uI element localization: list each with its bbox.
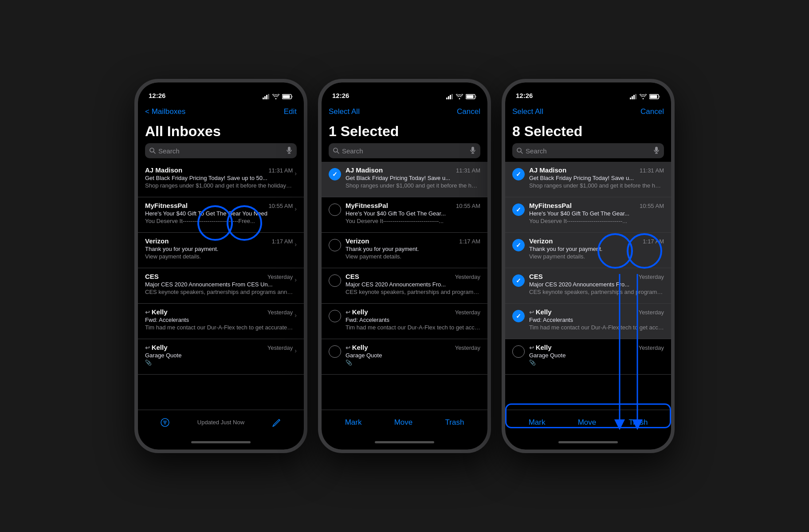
selection-circle[interactable]: [329, 274, 341, 287]
selection-circle[interactable]: [329, 310, 341, 322]
list-item[interactable]: ↩ KellyYesterdayFwd: AccelerantsTim had …: [322, 304, 487, 339]
move-button[interactable]: Move: [394, 418, 413, 427]
mail-content: Verizon1:17 AMThank you for your payment…: [346, 237, 480, 260]
mail-subject: Major CES 2020 Announcements Fro...: [529, 281, 664, 288]
mail-subject: Fwd: Accelerants: [529, 317, 664, 323]
list-item[interactable]: CESYesterdayMajor CES 2020 Announcements…: [505, 268, 671, 304]
compose-button[interactable]: [269, 415, 285, 430]
mail-time: 11:31 AM: [456, 167, 480, 174]
move-button[interactable]: Move: [578, 418, 597, 427]
chevron-right-icon: ›: [295, 312, 297, 319]
notch: [188, 82, 254, 96]
selection-circle[interactable]: [512, 203, 525, 216]
signal-icon: [630, 94, 637, 99]
search-bar[interactable]: Search: [512, 143, 664, 158]
list-item[interactable]: MyFitnessPal10:55 AMHere's Your $40 Gift…: [322, 197, 487, 233]
list-item[interactable]: CESYesterdayMajor CES 2020 Announcements…: [138, 268, 304, 304]
page-title: All Inboxes: [138, 121, 304, 143]
mail-preview: Shop ranges under $1,000 and get it befo…: [145, 182, 293, 189]
mail-sender: MyFitnessPal: [346, 202, 388, 209]
selection-circle[interactable]: [512, 345, 525, 358]
selection-circle[interactable]: [329, 203, 341, 216]
mail-content: AJ Madison11:31 AMGet Black Friday Prici…: [145, 166, 293, 189]
mail-subject: Fwd: Accelerants: [346, 317, 480, 323]
svg-rect-8: [288, 147, 291, 151]
mail-preview: Shop ranges under $1,000 and get it befo…: [529, 182, 664, 189]
updated-status: Updated Just Now: [197, 419, 244, 426]
mark-button[interactable]: Mark: [345, 418, 362, 427]
selection-circle[interactable]: [512, 274, 525, 287]
selection-circle[interactable]: [512, 239, 525, 251]
list-item[interactable]: ↩ KellyYesterdayGarage Quote📎›: [138, 339, 304, 375]
mail-time: 1:17 AM: [272, 238, 293, 245]
status-icons: [446, 94, 477, 99]
nav-right-button[interactable]: Edit: [284, 107, 297, 116]
mark-button[interactable]: Mark: [529, 418, 546, 427]
mail-subject: Thank you for your payment.: [145, 246, 293, 252]
list-item[interactable]: ↩ KellyYesterdayFwd: AccelerantsTim had …: [138, 304, 304, 339]
trash-button[interactable]: Trash: [629, 418, 648, 427]
chevron-right-icon: ›: [295, 170, 297, 177]
selection-circle[interactable]: [512, 168, 525, 180]
list-item[interactable]: Verizon1:17 AMThank you for your payment…: [322, 233, 487, 268]
list-item[interactable]: MyFitnessPal10:55 AMHere's Your $40 Gift…: [505, 197, 671, 233]
list-item[interactable]: AJ Madison11:31 AMGet Black Friday Prici…: [138, 162, 304, 197]
mail-subject: Garage Quote: [529, 352, 664, 359]
selection-circle[interactable]: [512, 310, 525, 322]
mail-content: MyFitnessPal10:55 AMHere's Your $40 Gift…: [529, 202, 664, 224]
filter-button[interactable]: [157, 415, 173, 430]
bottom-toolbar: Updated Just Now: [138, 410, 304, 434]
phone-1: 12:26 < MailboxesEditAll Inboxes Search: [134, 79, 307, 453]
bottom-toolbar: MarkMoveTrash: [505, 410, 671, 434]
nav-right-button[interactable]: Cancel: [457, 107, 480, 116]
mail-content: CESYesterdayMajor CES 2020 Announcements…: [529, 273, 664, 295]
list-item[interactable]: MyFitnessPal10:55 AMHere's Your $40 Gift…: [138, 197, 304, 233]
mail-sender: Verizon: [145, 237, 169, 245]
mail-subject: Thank you for your payment.: [529, 246, 664, 252]
nav-left-button[interactable]: < Mailboxes: [145, 107, 185, 116]
mail-sender: MyFitnessPal: [529, 202, 572, 209]
mail-list: AJ Madison11:31 AMGet Black Friday Prici…: [138, 162, 304, 410]
selection-circle[interactable]: [329, 168, 341, 180]
search-bar[interactable]: Search: [145, 143, 297, 158]
svg-rect-0: [263, 98, 264, 99]
list-item[interactable]: CESYesterdayMajor CES 2020 Announcements…: [322, 268, 487, 304]
nav-right-button[interactable]: Cancel: [640, 107, 664, 116]
attachment-indicator: 📎: [529, 360, 664, 366]
mail-time: 10:55 AM: [640, 203, 664, 209]
mail-time: 10:55 AM: [268, 203, 293, 209]
nav-left-button[interactable]: Select All: [512, 107, 543, 116]
mail-time: Yesterday: [639, 274, 664, 280]
chevron-right-icon: ›: [295, 276, 297, 283]
list-item[interactable]: Verizon1:17 AMThank you for your payment…: [505, 233, 671, 268]
mail-time: Yesterday: [267, 274, 293, 280]
mail-sender: CES: [145, 273, 159, 280]
list-item[interactable]: ↩ KellyYesterdayGarage Quote📎: [505, 339, 671, 375]
mail-sender: AJ Madison: [145, 166, 182, 174]
mail-time: 11:31 AM: [640, 167, 664, 174]
svg-rect-36: [655, 147, 658, 151]
mail-content: Verizon1:17 AMThank you for your payment…: [529, 237, 664, 260]
phone-3: 12:26 Select AllCancel8 Selected Search: [502, 79, 675, 453]
nav-bar: Select AllCancel: [505, 102, 671, 121]
svg-line-35: [521, 152, 522, 153]
bottom-toolbar: MarkMoveTrash: [322, 410, 487, 434]
mail-list: AJ Madison11:31 AMGet Black Friday Prici…: [322, 162, 487, 410]
status-icons: [630, 94, 660, 99]
mail-time: Yesterday: [455, 309, 480, 316]
svg-line-7: [153, 152, 155, 153]
svg-rect-5: [283, 95, 290, 98]
list-item[interactable]: Verizon1:17 AMThank you for your payment…: [138, 233, 304, 268]
trash-button[interactable]: Trash: [445, 418, 464, 427]
search-bar[interactable]: Search: [329, 143, 480, 158]
svg-rect-30: [633, 95, 635, 99]
selection-circle[interactable]: [329, 345, 341, 358]
list-item[interactable]: AJ Madison11:31 AMGet Black Friday Prici…: [322, 162, 487, 197]
selection-circle[interactable]: [329, 239, 341, 251]
list-item[interactable]: ↩ KellyYesterdayGarage Quote📎: [322, 339, 487, 375]
list-item[interactable]: ↩ KellyYesterdayFwd: AccelerantsTim had …: [505, 304, 671, 339]
mail-subject: Major CES 2020 Announcements From CES Un…: [145, 281, 293, 288]
nav-left-button[interactable]: Select All: [329, 107, 360, 116]
list-item[interactable]: AJ Madison11:31 AMGet Black Friday Prici…: [505, 162, 671, 197]
home-indicator: [322, 434, 487, 450]
